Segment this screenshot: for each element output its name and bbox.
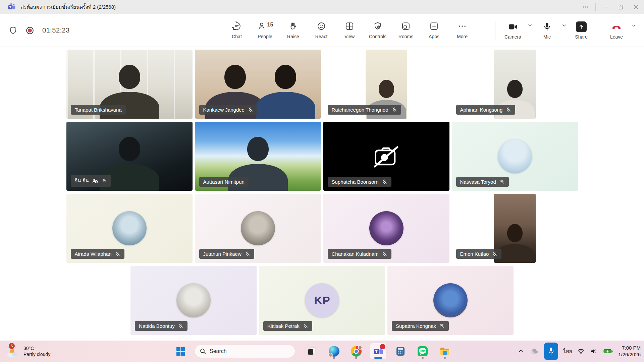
taskbar-clock[interactable]: 7:00 PM 1/26/2026 xyxy=(618,345,641,358)
participant-name: Auttasart Nimitpun xyxy=(203,179,245,185)
notification-badge: 5 xyxy=(9,343,15,349)
chat-icon xyxy=(232,21,241,31)
toolbar-button-more[interactable]: More xyxy=(448,21,476,39)
leave-label: Leave xyxy=(610,34,623,40)
toolbar-button-people[interactable]: 15 People xyxy=(251,21,279,39)
camera-button[interactable]: Camera xyxy=(501,21,525,40)
toolbar-button-controls[interactable]: Controls xyxy=(364,21,392,39)
view-icon xyxy=(345,21,354,31)
toolbar-button-raise[interactable]: Raise xyxy=(279,21,307,39)
security-shield-icon[interactable] xyxy=(9,26,17,35)
taskbar-app-teams[interactable]: T xyxy=(370,343,386,359)
window-more-button[interactable] xyxy=(578,0,593,14)
toolbar-button-apps[interactable]: Apps xyxy=(420,21,448,39)
weather-icon: 5 xyxy=(4,344,20,359)
search-input[interactable] xyxy=(210,348,283,354)
participant-tile[interactable]: Jutanun Pinkaew xyxy=(195,194,321,263)
running-app-dot xyxy=(355,357,357,359)
avatar xyxy=(498,139,532,173)
participant-name: Aphinan Kongsong xyxy=(460,107,503,113)
participant-tile[interactable]: Aphinan Kongsong xyxy=(452,50,578,119)
mic-muted-icon xyxy=(178,323,183,329)
minimize-button[interactable] xyxy=(598,0,613,14)
onedrive-cloud-icon[interactable] xyxy=(530,347,539,356)
avatar-initials: KP xyxy=(305,283,339,317)
taskbar-app-file-explorer[interactable] xyxy=(437,343,453,359)
battery-charging-icon[interactable] xyxy=(603,347,613,355)
active-app-indicator xyxy=(374,357,382,359)
weather-widget[interactable]: 5 30°C Partly cloudy xyxy=(4,344,50,359)
mic-label: Mic xyxy=(543,34,551,40)
participant-name-tag: Natwasa Toryod xyxy=(456,177,509,187)
taskbar-app-calculator[interactable] xyxy=(392,343,409,359)
mic-muted-icon xyxy=(245,251,250,257)
participant-tile[interactable]: Nattida Boontuy xyxy=(130,266,257,335)
participant-name-tag: Aphinan Kongsong xyxy=(456,105,516,115)
toolbar-button-label: View xyxy=(344,34,355,39)
participant-tile[interactable]: KP Kittisak Petrak xyxy=(259,266,385,335)
chevron-down-icon xyxy=(527,23,533,28)
mic-muted-icon xyxy=(248,107,253,113)
taskbar-app-task-view[interactable] xyxy=(304,343,320,359)
participant-tile[interactable]: Tanapat Brikshavana xyxy=(66,50,193,119)
leave-button[interactable]: Leave xyxy=(604,21,629,40)
participant-tile[interactable]: Natwasa Toryod xyxy=(452,122,578,191)
avatar xyxy=(176,283,211,317)
toolbar-button-view[interactable]: View xyxy=(335,21,364,39)
participant-name: Supattra Kongnak xyxy=(396,323,436,329)
participant-name: Ratchaneegon Thongnoo xyxy=(332,107,388,113)
tray-chevron-up-icon[interactable] xyxy=(517,348,525,355)
voice-typing-mic-button[interactable] xyxy=(544,343,558,360)
participant-name-tag: Suphatcha Boonsorn xyxy=(328,177,391,187)
participant-tile[interactable]: จิน จิน xyxy=(66,122,193,191)
leave-options-chevron[interactable] xyxy=(629,23,639,28)
mic-muted-icon xyxy=(391,107,397,113)
mic-options-chevron[interactable] xyxy=(559,23,569,28)
avatar xyxy=(112,211,147,245)
participant-name: Kittisak Petrak xyxy=(267,323,300,329)
participant-tile[interactable]: Emon Kutlao xyxy=(452,194,578,263)
taskbar-app-line[interactable]: LINE xyxy=(415,343,431,359)
start-button[interactable] xyxy=(172,343,189,359)
participant-tile[interactable]: Kankaew Jangdee xyxy=(195,50,321,119)
recording-indicator-icon xyxy=(25,26,34,35)
toolbar-button-chat[interactable]: Chat xyxy=(223,21,251,39)
toolbar-button-react[interactable]: React xyxy=(307,21,335,39)
restore-button[interactable] xyxy=(613,0,629,14)
taskbar-app-chrome[interactable] xyxy=(348,343,364,359)
participant-name: Natwasa Toryod xyxy=(460,179,496,185)
meeting-toolbar: 01:52:23 Chat 15 People Raise React View… xyxy=(0,14,644,47)
participant-name-tag: Emon Kutlao xyxy=(456,249,502,259)
participant-initials: KP xyxy=(314,294,330,307)
participant-tile[interactable]: Supattra Kongnak xyxy=(387,266,514,335)
participant-tile[interactable]: Suphatcha Boonsorn xyxy=(323,122,449,191)
mic-button[interactable]: Mic xyxy=(535,21,559,40)
participant-tile[interactable]: Auttasart Nimitpun xyxy=(195,122,321,191)
participant-tile[interactable]: Chanakan Kuladnam xyxy=(323,194,449,263)
mic-muted-icon xyxy=(382,179,387,185)
chevron-down-icon xyxy=(561,23,567,28)
keyboard-language[interactable]: ไทย xyxy=(563,347,572,355)
mic-muted-icon xyxy=(439,323,445,329)
share-icon xyxy=(576,21,587,32)
react-icon xyxy=(317,21,326,31)
avatar xyxy=(241,211,275,245)
camera-options-chevron[interactable] xyxy=(525,23,535,28)
participant-tile[interactable]: Ratchaneegon Thongnoo xyxy=(323,50,449,119)
search-icon xyxy=(200,348,206,355)
close-button[interactable] xyxy=(629,0,644,14)
video-grid: Tanapat Brikshavana Kankaew Jangdee Ratc… xyxy=(0,47,644,341)
running-app-dot xyxy=(333,357,335,359)
participant-tile[interactable]: Airada Wilaphan xyxy=(66,194,193,263)
share-button[interactable]: Share xyxy=(569,21,593,40)
toolbar-button-rooms[interactable]: Rooms xyxy=(392,21,420,39)
line-icon: LINE xyxy=(417,346,428,357)
participant-name: Emon Kutlao xyxy=(460,251,489,257)
toolbar-button-label: People xyxy=(258,34,272,39)
taskbar-search[interactable] xyxy=(195,345,295,358)
camera-label: Camera xyxy=(504,34,521,40)
toolbar-button-label: Raise xyxy=(287,34,299,39)
taskbar-app-edge[interactable] xyxy=(326,343,342,359)
volume-icon[interactable] xyxy=(590,347,598,355)
wifi-icon[interactable] xyxy=(577,347,585,355)
